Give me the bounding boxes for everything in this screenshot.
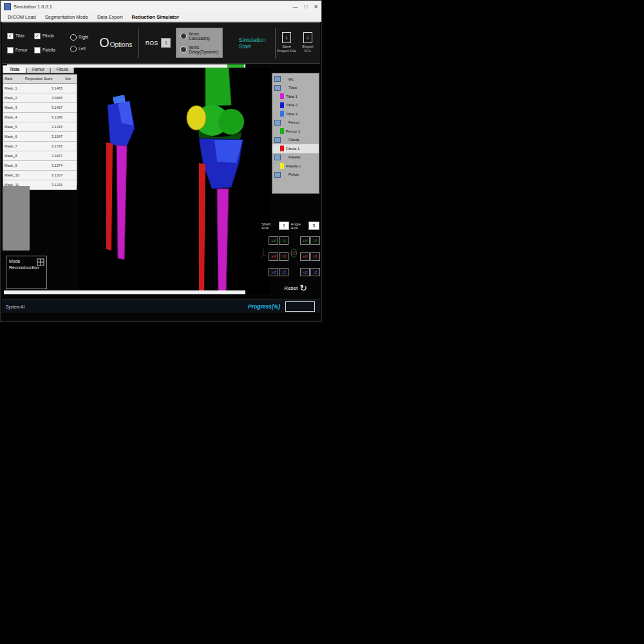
score-cell: 3.1467 bbox=[25, 103, 62, 112]
tree-item[interactable]: Fibula bbox=[272, 136, 319, 145]
tree-item[interactable]: Femur 1 bbox=[272, 127, 319, 136]
rotate-button[interactable]: +Y bbox=[300, 236, 310, 245]
menu-item[interactable]: Segmentation Mode bbox=[41, 14, 93, 20]
rotate-button[interactable]: -Y bbox=[310, 236, 320, 245]
table-row[interactable]: Mask_8 3.1157 bbox=[3, 151, 77, 161]
ros-label: ROS bbox=[146, 40, 158, 46]
mode-box: Mode Reconstruction bbox=[6, 256, 47, 289]
tree-item[interactable]: Pelvis bbox=[272, 171, 319, 180]
mask-color-chip bbox=[280, 93, 284, 99]
timeline-bar[interactable] bbox=[4, 290, 245, 294]
calc-option-label: Items Calculating bbox=[189, 32, 218, 41]
tree-label: Etc bbox=[289, 77, 294, 81]
maximize-button[interactable]: □ bbox=[304, 4, 307, 10]
statusbar: System AI Progress(%) bbox=[2, 299, 320, 313]
tree-item[interactable]: Tibia 3 bbox=[272, 109, 319, 118]
table-row[interactable]: Mask_4 3.1296 bbox=[3, 113, 77, 122]
reset-button[interactable]: Reset ↻ bbox=[284, 283, 307, 293]
rotate-button[interactable]: -Z bbox=[310, 268, 320, 276]
tree-item[interactable]: Tibia bbox=[272, 84, 319, 93]
table-row[interactable]: Mask_1 3.1465 bbox=[3, 84, 77, 93]
table-row[interactable]: Mask_3 3.1467 bbox=[3, 103, 77, 113]
divider bbox=[138, 28, 139, 58]
score-cell: 3.1465 bbox=[25, 84, 62, 93]
angle-axis-input[interactable]: 5 bbox=[308, 222, 319, 230]
checkbox-box: ✓ bbox=[34, 33, 41, 39]
radio-circle bbox=[180, 46, 187, 53]
radio-label: Right bbox=[79, 35, 88, 39]
bone-checkbox[interactable]: ✓ Patella bbox=[34, 47, 64, 53]
table-row[interactable]: Mask_5 3.1315 bbox=[3, 122, 77, 132]
mask-name-cell: Mask_8 bbox=[3, 151, 25, 160]
calc-option[interactable]: Items Calculating bbox=[180, 32, 218, 41]
side-radio[interactable]: Left bbox=[70, 46, 88, 52]
mask-color-chip bbox=[280, 111, 284, 117]
checkbox-box: ✓ bbox=[7, 47, 14, 53]
bone-checkbox[interactable]: ✓ Femur bbox=[7, 47, 34, 53]
side-radio[interactable]: Right bbox=[70, 34, 88, 41]
minimize-button[interactable]: — bbox=[292, 4, 298, 10]
mask-color-chip bbox=[280, 163, 284, 169]
tree-item[interactable]: Patella 1 bbox=[272, 162, 319, 171]
shaft-axis-input[interactable]: 1 bbox=[279, 222, 290, 230]
score-cell: 3.1291 bbox=[25, 180, 62, 189]
side-radios: Right Left bbox=[70, 34, 88, 52]
rotate-button[interactable]: -X bbox=[310, 252, 320, 261]
scroll-indicator bbox=[227, 64, 244, 68]
tree-item[interactable]: Tibia 2 bbox=[272, 101, 319, 110]
titlebar[interactable]: Simulation 1.0.0.1 — □ ✕ bbox=[1, 1, 321, 12]
screenshot-grid: Leg View 1.0.0.1 — □ ✕ DICOM LoadSegment… bbox=[0, 0, 644, 644]
export-stl-button[interactable]: ↓ ExportSTL bbox=[298, 32, 317, 54]
score-cell: 3.1547 bbox=[25, 132, 62, 141]
mask-name-cell: Mask_9 bbox=[3, 161, 25, 170]
file-save-icon: ↓ bbox=[282, 32, 291, 43]
tree-item[interactable]: Femur bbox=[272, 118, 319, 128]
rotate-button[interactable]: +X bbox=[300, 252, 310, 261]
table-header: Mask Registration Score Use bbox=[3, 75, 77, 84]
bone-checkbox[interactable]: ✓ Fibula bbox=[34, 33, 64, 39]
group-icon bbox=[274, 155, 281, 160]
ros-input[interactable]: 1 bbox=[161, 38, 171, 48]
window-title: Simulation 1.0.0.1 bbox=[14, 4, 52, 10]
translate-button[interactable]: -Z bbox=[279, 268, 289, 276]
score-cell: 3.1207 bbox=[25, 171, 62, 180]
simulation-start-button[interactable]: Simulation Start bbox=[232, 32, 272, 55]
bone-tree-panel: Etc Tibia Tibia 1 Tibia 2 bbox=[272, 73, 319, 194]
options-button[interactable]: OOptions bbox=[99, 35, 132, 51]
tree-item[interactable]: Fibula 1 bbox=[272, 144, 319, 153]
mask-name-cell: Mask_4 bbox=[3, 113, 25, 122]
save-project-button[interactable]: ↓ SaveProject File bbox=[275, 32, 298, 54]
menu-item[interactable]: Reduction Simulator bbox=[128, 14, 184, 20]
table-row[interactable]: Mask_10 3.1207 bbox=[3, 171, 77, 180]
menu-item[interactable]: Data Export bbox=[93, 14, 128, 20]
calc-option[interactable]: Items Delay(Dynamic) bbox=[180, 45, 218, 54]
table-row[interactable]: Mask_9 3.1274 bbox=[3, 161, 77, 171]
table-row[interactable]: Mask_2 3.0465 bbox=[3, 93, 77, 103]
table-row[interactable]: Mask_7 3.1726 bbox=[3, 142, 77, 151]
mask-color-chip bbox=[280, 102, 284, 108]
translate-button[interactable]: -X bbox=[279, 252, 289, 261]
bone-checkbox[interactable]: ✓ Tibia bbox=[7, 33, 34, 39]
tree-item[interactable]: Patella bbox=[272, 153, 319, 162]
translate-button[interactable]: +Y bbox=[269, 236, 278, 245]
score-cell: 3.1274 bbox=[25, 161, 62, 170]
score-cell: 3.0465 bbox=[25, 93, 62, 102]
mask-name-cell: Mask_7 bbox=[3, 142, 25, 151]
close-button[interactable]: ✕ bbox=[314, 4, 318, 10]
tree-item[interactable]: Etc bbox=[272, 75, 319, 84]
mask-name-cell: Mask_2 bbox=[3, 93, 25, 102]
group-icon bbox=[274, 172, 281, 178]
translate-button[interactable]: -Y bbox=[279, 236, 289, 245]
tree-item[interactable]: Tibia 1 bbox=[272, 92, 319, 101]
radio-circle bbox=[70, 46, 77, 52]
menu-item[interactable]: DICOM Load bbox=[3, 14, 41, 20]
top-scroll-bar[interactable] bbox=[7, 64, 245, 68]
axis-inputs: Shaft Axis 1 Angle Axis 5 bbox=[261, 222, 319, 230]
calc-option-label: Items Delay(Dynamic) bbox=[189, 45, 218, 54]
mask-name-cell: Mask_3 bbox=[3, 103, 25, 112]
translate-button[interactable]: +Z bbox=[269, 268, 278, 276]
translate-button[interactable]: +X bbox=[269, 252, 278, 261]
rotate-button[interactable]: +Z bbox=[300, 268, 310, 276]
simulation-viewport[interactable] bbox=[79, 68, 270, 294]
table-row[interactable]: Mask_6 3.1547 bbox=[3, 132, 77, 142]
